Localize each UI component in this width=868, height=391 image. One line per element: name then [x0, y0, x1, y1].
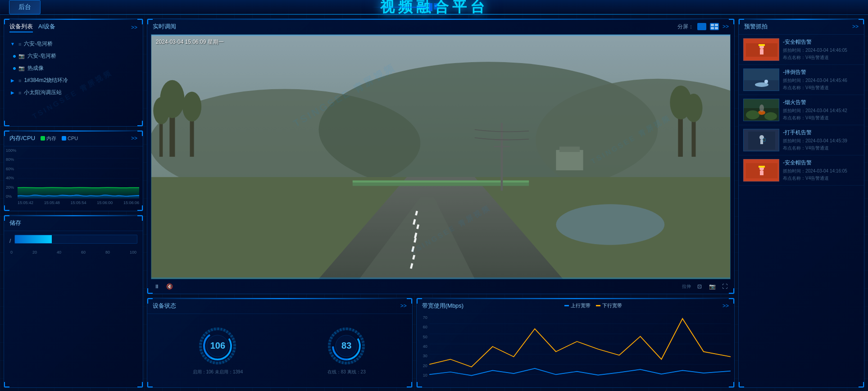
screenshot-btn[interactable]: 📷: [708, 282, 716, 291]
device-tree: ▼ ≡ 六安-皂河桥 📷 六安-皂河桥 📷 热成像: [4, 36, 143, 100]
status-gauges: 106 启用：106 未启用：1394: [147, 314, 412, 387]
deco-blocks: [429, 3, 437, 11]
alert-thumb-4: [743, 159, 779, 182]
alert-location-2: 布点名称：V4告警通道: [783, 115, 859, 121]
alert-item-4[interactable]: -安全帽告警 抓拍时间：2024-03-04 14:16:05 布点名称：V4告…: [739, 155, 864, 186]
bw-x-axis: 15:05:4115:05:4515:05:4915:05:5315:05:57…: [429, 386, 731, 388]
tab-ai-device[interactable]: AI设备: [38, 23, 55, 32]
storage-panel: 储存 / 020406080100: [4, 215, 143, 388]
alert-info-0: -安全帽告警 抓拍时间：2024-03-04 14:46:05 布点名称：V4告…: [783, 38, 859, 61]
alert-location-4: 布点名称：V4告警通道: [783, 175, 859, 182]
bandwidth-chart-area: 15:05:4115:05:4515:05:4915:05:5315:05:57…: [429, 314, 731, 385]
gauge-warning-value: 83: [326, 326, 367, 366]
gauge-online-circle: 106: [197, 326, 238, 366]
video-expand[interactable]: >>: [723, 23, 729, 30]
play-pause-btn[interactable]: ⏸: [153, 282, 161, 291]
bandwidth-expand[interactable]: >>: [723, 303, 729, 309]
screen-btn-grid[interactable]: [710, 23, 719, 30]
svg-rect-67: [763, 138, 765, 141]
device-list-expand[interactable]: >>: [131, 24, 137, 31]
storage-x-axis: 020406080100: [9, 250, 137, 255]
svg-point-60: [759, 105, 764, 112]
memory-legend-dot: [41, 136, 45, 141]
alert-type-0: -安全帽告警: [783, 38, 859, 46]
storage-label: /: [9, 236, 11, 246]
svg-rect-72: [759, 166, 765, 168]
svg-point-61: [746, 110, 759, 119]
alert-time-4: 抓拍时间：2024-03-04 14:16:05: [783, 168, 859, 174]
alert-item-1[interactable]: -摔倒告警 抓拍时间：2024-03-04 14:45:46 布点名称：V4告警…: [739, 65, 864, 95]
cpu-chart-svg: [18, 148, 139, 199]
device-status-expand[interactable]: >>: [400, 303, 407, 309]
alert-thumb-svg-3: [744, 129, 779, 151]
gauge-online-value: 106: [197, 326, 238, 366]
cpu-x-axis: 15:05:4215:05:4815:05:5415:06:0015:06:06: [4, 200, 143, 205]
camera-icon-2: 📷: [18, 65, 25, 71]
tree-label-0: 六安-皂河桥: [24, 40, 53, 48]
video-bottom-bar: ⏸ 🔇 拉伸 ⊡ 📷 ⛶: [147, 279, 734, 294]
alert-list: -安全帽告警 抓拍时间：2024-03-04 14:46:05 布点名称：V4告…: [739, 35, 864, 387]
fit-btn[interactable]: ⊡: [695, 282, 704, 291]
cpu-panel-title: 内存/CPU 内存 CPU >>: [4, 131, 143, 146]
device-list-panel: 设备列表 AI设备 >> ▼ ≡ 六安-皂河桥 📷 六安-皂河桥: [4, 18, 143, 127]
tree-item-1[interactable]: 📷 六安-皂河桥: [4, 50, 143, 62]
alert-thumb-3: [743, 129, 779, 151]
tree-item-3[interactable]: ▶ ≡ 1#384m2烧结环冷: [4, 74, 143, 86]
device-status-panel: 设备状态 >>: [147, 298, 413, 388]
upstream-dot: [564, 305, 569, 306]
bandwidth-panel: 带宽使用(Mbps) 上行宽带 下行宽带 >>: [416, 298, 735, 388]
tree-item-0[interactable]: ▼ ≡ 六安-皂河桥: [4, 38, 143, 50]
alert-expand[interactable]: >>: [852, 23, 859, 30]
tree-item-4[interactable]: ▶ ≡ 小太阳沟调压站: [4, 86, 143, 99]
tab-device-list[interactable]: 设备列表: [9, 23, 33, 32]
tree-item-2[interactable]: 📷 热成像: [4, 62, 143, 74]
video-controls-left: ⏸ 🔇: [153, 282, 173, 291]
legend-downstream: 下行宽带: [596, 302, 622, 309]
device-tabs: 设备列表 AI设备: [9, 23, 55, 32]
storage-bar-container: / 020406080100: [4, 231, 143, 258]
alert-info-4: -安全帽告警 抓拍时间：2024-03-04 14:16:05 布点名称：V4告…: [783, 159, 859, 182]
alert-thumb-svg-4: [744, 159, 779, 182]
device-status-title: 设备状态 >>: [147, 298, 412, 314]
screen-btn-single[interactable]: [697, 23, 706, 30]
alert-type-2: -烟火告警: [783, 99, 859, 106]
screen-label: 分屏：: [677, 23, 694, 31]
collapse-icon-0: ▼: [9, 41, 16, 47]
downstream-label: 下行宽带: [602, 302, 622, 309]
alert-info-2: -烟火告警 抓拍时间：2024-03-04 14:45:42 布点名称：V4告警…: [783, 99, 859, 121]
tree-label-3: 1#384m2烧结环冷: [24, 77, 68, 84]
gauge-warning-label: 在线：83 离线：23: [327, 369, 366, 375]
cpu-chart-area: 100%80%60%40%20%0%: [4, 146, 143, 200]
video-container: 2024-03-04 15:06:09 星期一: [151, 34, 731, 279]
alert-time-1: 抓拍时间：2024-03-04 14:45:46: [783, 77, 859, 84]
alert-thumb-2: [743, 99, 779, 121]
alert-thumb-svg-0: [744, 39, 779, 61]
pull-label: 拉伸: [682, 283, 691, 290]
video-title: 实时调阅: [153, 23, 176, 31]
alert-type-1: -摔倒告警: [783, 68, 859, 76]
fullscreen-btn[interactable]: ⛶: [721, 282, 729, 291]
bandwidth-chart-wrapper: 70605040302010: [417, 314, 734, 386]
video-timestamp: 2024-03-04 15:06:09 星期一: [156, 38, 224, 46]
storage-bar-fill: [15, 235, 51, 243]
mute-btn[interactable]: 🔇: [165, 282, 173, 291]
alert-type-4: -安全帽告警: [783, 159, 859, 167]
alert-thumb-svg-2: [744, 99, 779, 121]
right-column: 预警抓拍 >>: [738, 18, 864, 388]
alert-item-3[interactable]: -打手机告警 抓拍时间：2024-03-04 14:45:39 布点名称：V4告…: [739, 125, 864, 155]
svg-rect-71: [760, 171, 763, 175]
tree-dot-1: [13, 55, 16, 58]
tree-dot-2: [13, 67, 16, 70]
alert-item-0[interactable]: -安全帽告警 抓拍时间：2024-03-04 14:46:05 布点名称：V4告…: [739, 35, 864, 65]
gauge-warning: 83 在线：83 离线：23: [326, 326, 367, 375]
cpu-panel-expand[interactable]: >>: [131, 135, 137, 141]
alert-location-0: 布点名称：V4告警通道: [783, 55, 859, 61]
collapse-icon-4: ▶: [9, 90, 16, 96]
alert-info-1: -摔倒告警 抓拍时间：2024-03-04 14:45:46 布点名称：V4告警…: [783, 68, 859, 91]
storage-bar-track: [14, 235, 137, 244]
back-button[interactable]: 后台: [9, 0, 41, 14]
alert-item-2[interactable]: -烟火告警 抓拍时间：2024-03-04 14:45:42 布点名称：V4告警…: [739, 95, 864, 125]
cpu-memory-panel: 内存/CPU 内存 CPU >>: [4, 130, 143, 211]
storage-title: 储存: [4, 215, 143, 231]
bandwidth-title: 带宽使用(Mbps): [422, 302, 464, 310]
